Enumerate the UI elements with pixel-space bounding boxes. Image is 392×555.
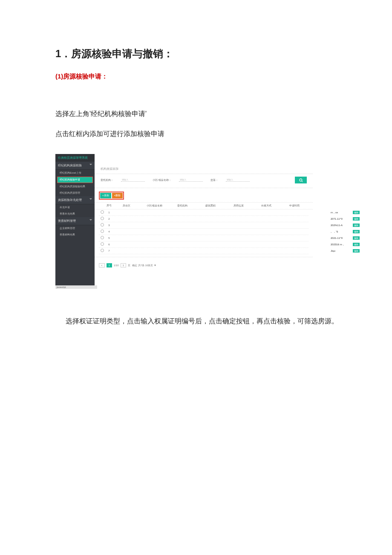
pager-goto-input[interactable]: 1 <box>121 263 126 267</box>
row-checkbox[interactable] <box>99 217 106 221</box>
add-button[interactable]: +添加 <box>100 193 111 198</box>
sidebar-item-verify-result[interactable]: 经纪机构房源核验结果 <box>55 183 95 190</box>
table-row: 52021-11^0编辑 <box>99 235 308 241</box>
col-index: 序号 <box>106 204 112 208</box>
highlight-box: +添加 ×删除 <box>99 192 124 200</box>
sidebar-group-3-label: 资质材料管理 <box>58 219 76 222</box>
svg-point-0 <box>300 179 302 181</box>
row-edit-button[interactable]: 编辑 <box>353 236 360 240</box>
instruction-3: 选择权证证明类型，点击输入权属证明编号后，点击确定按钮，再点击核验，可筛选房源。 <box>55 317 341 326</box>
col-area: 建筑面积 <box>196 204 225 208</box>
sidebar: 住房租赁房源管理系统 经纪机构房源核验 经纪机构Excel上传 经纪机构核验申请… <box>55 154 95 289</box>
status-bar: javascript; <box>55 285 97 289</box>
col-apply-time: 申请时间 <box>280 204 308 208</box>
row-index: 2 <box>106 218 112 220</box>
table-row: 4。，“6编辑 <box>99 229 308 235</box>
pager: < 1 1/10 1 页 确定 共7条 10条页 ▼ <box>95 257 313 271</box>
table-row: 22071.11^0编辑 <box>99 216 308 222</box>
sidebar-item-corp-material[interactable]: 企业材料管理 <box>55 225 95 232</box>
row-time: 2021-11^0 <box>331 237 350 239</box>
row-index: 6 <box>106 243 112 246</box>
col-rent-type: 出租方式 <box>253 204 281 208</box>
filter-input-project[interactable]: 请输入 <box>179 178 203 182</box>
row-checkbox[interactable] <box>99 249 106 253</box>
filter-label-org: 委托机构： <box>101 178 113 182</box>
sidebar-group-2-label: 房源核验补充处理 <box>58 198 82 201</box>
row-checkbox[interactable] <box>99 223 106 227</box>
row-edit-button[interactable]: 编辑 <box>353 224 360 227</box>
sidebar-item-material-result[interactable]: 查看材料结果 <box>55 232 95 238</box>
row-checkbox[interactable] <box>99 230 106 234</box>
sidebar-item-excel-upload[interactable]: 经纪机构Excel上传 <box>55 170 95 176</box>
row-time: 。，“6 <box>331 230 350 234</box>
sidebar-group-1[interactable]: 经纪机构房源核验 <box>55 162 95 170</box>
pager-of: 页 <box>128 264 130 267</box>
col-room: 房间位置 <box>225 204 253 208</box>
sidebar-item-house-manage[interactable]: 经纪机构房源管理 <box>55 190 95 196</box>
row-edit-button[interactable]: 编辑 <box>353 217 360 221</box>
instruction-1: 选择左上角'经纪机构核验申请' <box>55 110 341 119</box>
col-org: 委托机构 <box>168 204 196 208</box>
search-icon <box>299 178 303 182</box>
instruction-2: 点击红框内添加可进行添加核验申请 <box>55 130 341 139</box>
pager-jump: 1/10 <box>114 264 119 267</box>
filter-bar: 委托机构： 请输入 小区/项目名称： 请输入 坐落： 请输入 <box>95 174 313 188</box>
row-edit-button[interactable]: 编辑 <box>353 243 360 246</box>
sidebar-item-verify-apply[interactable]: 经纪机构核验申请 <box>57 177 93 183</box>
row-checkbox[interactable] <box>99 236 106 240</box>
row-time: m，us <box>331 211 350 215</box>
table-header: 序号 所在区 小区/项目名称 委托机构 建筑面积 房间位置 出租方式 申请时间 <box>95 202 313 209</box>
row-index: 5 <box>106 237 112 239</box>
filter-input-org[interactable]: 请输入 <box>121 178 145 182</box>
search-button[interactable] <box>295 177 307 183</box>
main-panel: 机构房源添加 委托机构： 请输入 小区/项目名称： 请输入 坐落： 请输入 +添… <box>95 162 313 289</box>
row-edit-button[interactable]: 编辑 <box>353 230 360 233</box>
pager-prev[interactable]: < <box>99 263 105 267</box>
sidebar-group-3[interactable]: 资质材料管理 <box>55 217 95 225</box>
sidebar-group-1-label: 经纪机构房源核验 <box>58 164 82 167</box>
page-heading: 1．房源核验申请与撤销： <box>55 47 341 61</box>
row-checkbox[interactable] <box>99 242 106 247</box>
sidebar-item-supplement-apply[interactable]: 补充申请 <box>55 204 95 211</box>
app-screenshot: 住房租赁房源管理系统 经纪机构房源核验 经纪机构Excel上传 经纪机构核验申请… <box>55 154 313 289</box>
row-index: 4 <box>106 230 112 233</box>
row-checkbox[interactable] <box>99 210 106 215</box>
pager-count: 确定 共7条 10条页 ▼ <box>132 264 156 267</box>
col-district: 所在区 <box>112 204 141 208</box>
table-row: 7Jiqo编辑 <box>99 248 308 254</box>
row-time: Jiqo <box>331 250 350 252</box>
filter-input-address[interactable]: 请输入 <box>226 178 250 182</box>
col-project: 小区/项目名称 <box>141 204 169 208</box>
breadcrumb: 机构房源添加 <box>95 162 313 174</box>
chevron-down-icon <box>89 164 92 165</box>
chevron-down-icon <box>89 198 92 200</box>
row-time: 2071.11^0 <box>331 218 350 220</box>
table-row: 6202316 m，编辑 <box>99 241 308 248</box>
table-row: 3202%11-A编辑 <box>99 222 308 229</box>
sidebar-group-2[interactable]: 房源核验补充处理 <box>55 196 95 204</box>
filter-label-address: 坐落： <box>210 178 218 182</box>
pager-page-1[interactable]: 1 <box>107 263 112 267</box>
row-edit-button[interactable]: 编辑 <box>353 249 360 253</box>
row-time: 202316 m， <box>331 243 350 247</box>
delete-button[interactable]: ×删除 <box>112 193 123 198</box>
svg-line-1 <box>302 181 303 182</box>
row-index: 3 <box>106 224 112 227</box>
table-row: 1m，us编辑 <box>99 209 308 216</box>
table-body: 1m，us编辑22071.11^0编辑3202%11-A编辑4。，“6编辑520… <box>95 209 313 254</box>
row-index: 1 <box>106 211 112 214</box>
col-checkbox <box>99 204 106 208</box>
chevron-down-icon <box>89 219 92 221</box>
row-edit-button[interactable]: 编辑 <box>353 211 360 214</box>
toolbar: +添加 ×删除 <box>95 188 313 202</box>
row-index: 7 <box>106 250 112 252</box>
section-heading: (1)房源核验申请： <box>55 73 341 81</box>
sidebar-item-supplement-result[interactable]: 查看补充结果 <box>55 211 95 217</box>
app-brand: 住房租赁房源管理系统 <box>55 154 95 162</box>
row-time: 202%11-A <box>331 224 350 227</box>
filter-label-project: 小区/项目名称： <box>153 178 171 182</box>
